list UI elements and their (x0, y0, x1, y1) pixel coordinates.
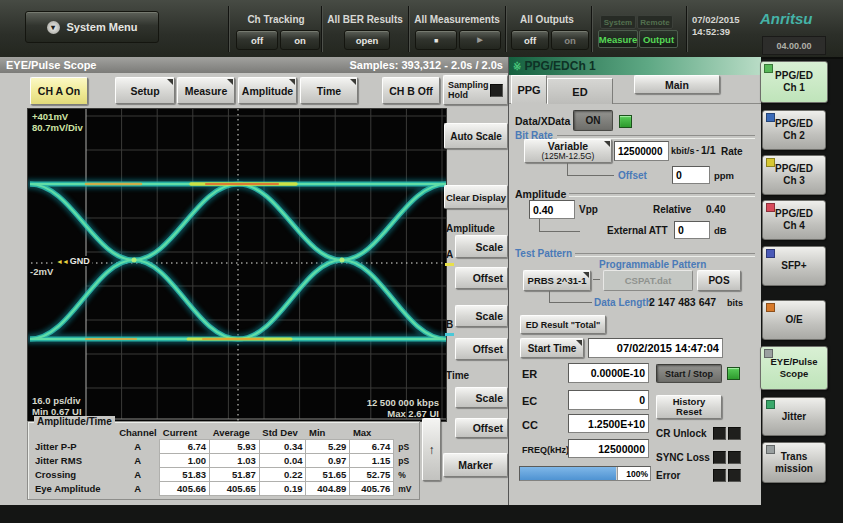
time-button[interactable]: Time (300, 77, 358, 104)
all-outputs-off-button[interactable]: off (511, 30, 549, 50)
ch-tracking-off-button[interactable]: off (236, 30, 278, 50)
prbs-pattern-button[interactable]: PRBS 2^31-1 (523, 270, 591, 291)
amplitude-offset-b-button[interactable]: Offset (455, 338, 508, 360)
sidebar-item-oe[interactable]: O/E (762, 300, 826, 340)
test-pattern-label: Test Pattern (515, 248, 572, 259)
pattern-file-button[interactable]: CSPAT.dat (603, 270, 693, 291)
col-std: Std Dev (259, 426, 306, 440)
time-text: 14:52:39 (692, 26, 740, 38)
start-stop-button[interactable]: Start / Stop (656, 364, 722, 383)
bitrate-rate-label: Rate (721, 146, 743, 157)
function-sidebar: 04.00.00 PPG/ED Ch 1 PPG/ED Ch 2 PPG/ED … (758, 32, 843, 523)
scope-title: EYE/Pulse Scope (6, 59, 96, 71)
history-reset-button[interactable]: History Reset (656, 395, 722, 419)
time-scale-button[interactable]: Scale (455, 387, 508, 408)
amplitude-button[interactable]: Amplitude (238, 77, 297, 104)
main-button[interactable]: Main (634, 75, 720, 94)
bitrate-ratio: 1/1 (701, 144, 716, 156)
sidebar-item-ppg-ed-ch3[interactable]: PPG/ED Ch 3 (762, 155, 826, 195)
sidebar-item-ppg-ed-ch2[interactable]: PPG/ED Ch 2 (762, 110, 826, 150)
start-time-button[interactable]: Start Time (520, 338, 584, 358)
channel-a-color-mark (445, 263, 454, 266)
amplitude-scale-b-button[interactable]: Scale (455, 305, 508, 327)
ed-result-total-button[interactable]: ED Result "Total" (520, 315, 606, 334)
error-indicator (713, 469, 726, 482)
sidebar-item-sfp[interactable]: SFP+ (762, 246, 826, 286)
amplitude-unit: Vpp (579, 204, 598, 215)
offset-connector (567, 163, 614, 176)
vertical-scale-div: 80.7mV/Div (32, 122, 83, 133)
ch1-color-icon (764, 64, 773, 73)
amplitude-value-field[interactable]: 0.40 (529, 200, 575, 219)
ch4-color-icon (766, 203, 775, 212)
all-measurements-stop-button[interactable]: ■ (415, 30, 457, 50)
ec-value-field: 0 (568, 390, 649, 410)
sidebar-item-ppg-ed-ch1[interactable]: PPG/ED Ch 1 (760, 61, 828, 103)
sidebar-item-eye-pulse-scope[interactable]: EYE/Pulse Scope (760, 346, 828, 390)
marker-button[interactable]: Marker (443, 453, 508, 477)
scroll-up-button[interactable]: ↑ (422, 418, 441, 481)
topbar-separator (321, 6, 323, 52)
gnd-arrow-icon: ◄◄ (56, 258, 68, 265)
auto-scale-button[interactable]: Auto Scale (444, 123, 508, 149)
clear-display-button[interactable]: Clear Display (444, 185, 508, 209)
programmable-pattern-label: Programmable Pattern (599, 259, 706, 270)
ch-tracking-on-button[interactable]: on (280, 30, 320, 50)
amplitude-offset-a-button[interactable]: Offset (455, 267, 508, 289)
tab-ppg[interactable]: PPG (511, 75, 547, 104)
vertical-scale-max: +401mV (32, 111, 68, 122)
sync-loss-label: SYNC Loss (656, 452, 710, 463)
system-menu-icon: ▾ (47, 21, 60, 34)
error-label: Error (656, 470, 680, 481)
measure-indicator-button[interactable]: Measure (598, 30, 638, 48)
sampling-hold-indicator (490, 84, 503, 97)
setup-button[interactable]: Setup (115, 77, 175, 104)
all-outputs-on-button[interactable]: on (551, 30, 589, 50)
all-measurements-label: All Measurements (410, 14, 504, 25)
bitrate-variable-button[interactable]: Variable (125M-12.5G) (524, 139, 612, 163)
time-offset-button[interactable]: Offset (455, 418, 508, 438)
system-menu-label: System Menu (67, 21, 138, 33)
bitrate-value-field[interactable]: 12500000 (614, 141, 669, 161)
relative-value: 0.40 (706, 204, 725, 215)
data-length-unit: bits (727, 298, 743, 308)
amplitude-scale-a-button[interactable]: Scale (455, 235, 508, 258)
section-divider (575, 253, 755, 257)
bitrate-kbps-label: 12 500 000 kbps (367, 397, 439, 408)
sidebar-item-jitter[interactable]: Jitter (762, 397, 826, 436)
data-xdata-on-button[interactable]: ON (573, 110, 613, 131)
oe-color-icon (766, 303, 775, 312)
all-ber-open-button[interactable]: open (344, 30, 390, 50)
col-average: Average (210, 426, 260, 440)
sampling-hold-label: Sampling Hold (448, 80, 489, 100)
col-current: Current (160, 426, 210, 440)
freq-label: FREQ(kHz) (522, 445, 569, 455)
measure-button[interactable]: Measure (177, 77, 235, 104)
col-max: Max (350, 426, 394, 440)
cr-unlock-history-indicator (728, 427, 741, 440)
table-row: CrossingA 51.8351.87 0.2251.65 52.75% (32, 468, 419, 482)
tab-ed[interactable]: ED (547, 78, 613, 104)
sidebar-item-transmission[interactable]: Trans mission (762, 442, 826, 483)
pos-button[interactable]: POS (697, 270, 741, 291)
sidebar-item-ppg-ed-ch4[interactable]: PPG/ED Ch 4 (762, 200, 826, 240)
bitrate-offset-field[interactable]: 0 (672, 166, 710, 184)
amplitude-section-label: Amplitude (515, 188, 566, 200)
external-att-unit: dB (714, 225, 727, 236)
ch-a-on-button[interactable]: CH A On (30, 77, 88, 105)
data-xdata-label: Data/XData (515, 115, 570, 127)
relative-label: Relative (653, 204, 691, 215)
output-indicator-button[interactable]: Output (639, 30, 678, 48)
error-history-indicator (728, 469, 741, 482)
pattern-connector (593, 279, 600, 280)
all-measurements-start-button[interactable]: ▶ (459, 30, 501, 50)
bitrate-unit: kbit/s (671, 146, 695, 156)
sampling-hold-button[interactable]: Sampling Hold (443, 75, 508, 105)
data-length-connector (549, 291, 592, 303)
system-menu-button[interactable]: ▾ System Menu (25, 11, 159, 43)
anritsu-logo: Anritsu (760, 10, 813, 27)
progress-fill (520, 467, 616, 480)
ch-b-off-button[interactable]: CH B Off (382, 77, 440, 104)
external-att-field[interactable]: 0 (674, 221, 710, 239)
time-group-label: Time (446, 370, 469, 381)
